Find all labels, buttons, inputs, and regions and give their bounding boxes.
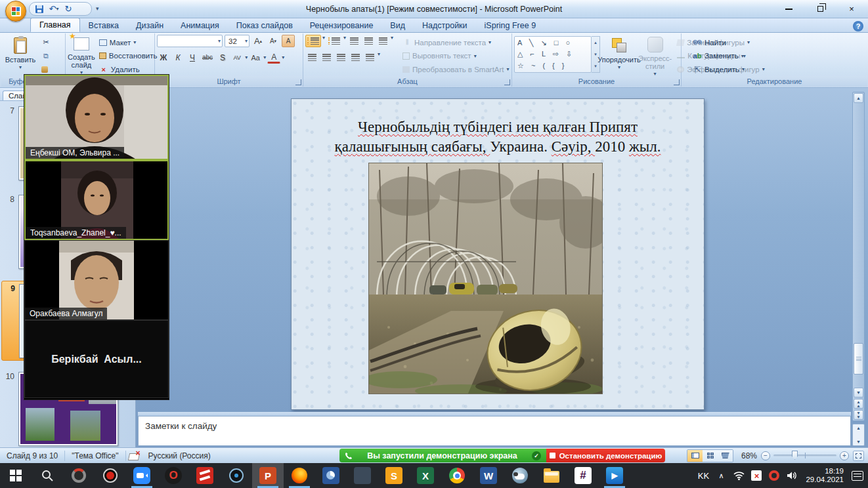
tab-dizayn[interactable]: Дизайн: [127, 19, 172, 32]
reset-button[interactable]: Восстановить: [97, 50, 160, 62]
numbering-button[interactable]: [326, 35, 342, 47]
close-button[interactable]: ×: [838, 2, 865, 16]
minimize-button[interactable]: [775, 2, 802, 16]
zoom-out-icon[interactable]: −: [761, 451, 770, 460]
taskbar-word[interactable]: W: [473, 463, 504, 488]
pripyat-park-photo[interactable]: [368, 163, 603, 394]
redo-button[interactable]: ↻: [62, 3, 74, 14]
taskbar-globe-app[interactable]: [504, 463, 536, 488]
tab-ispring[interactable]: iSpring Free 9: [476, 19, 545, 32]
start-button[interactable]: [0, 463, 32, 488]
restore-button[interactable]: [806, 2, 834, 16]
bold-button[interactable]: Ж: [157, 51, 170, 64]
previous-slide-button[interactable]: ▲▲: [854, 399, 863, 409]
paste-button[interactable]: Вставить▾: [3, 35, 37, 77]
find-button[interactable]: ⌾⌾Найти: [691, 36, 747, 49]
taskbar-zoom[interactable]: [126, 463, 158, 488]
taskbar-slack[interactable]: #: [567, 463, 599, 488]
cut-button[interactable]: ✂: [39, 36, 53, 49]
arrange-button[interactable]: Упорядочить▾: [602, 35, 636, 77]
taskbar-scratch[interactable]: S: [378, 463, 410, 488]
slide-title-textbox[interactable]: Чернобыльдің түбіндегі иен қалған Припят…: [306, 117, 689, 157]
clear-formatting-button[interactable]: A: [282, 35, 295, 47]
taskbar-recorder-ring[interactable]: [63, 463, 95, 488]
video-tile-4[interactable]: Берікбай Асыл...: [24, 320, 169, 398]
taskbar-smart-notebook[interactable]: [189, 463, 221, 488]
align-left-button[interactable]: [305, 51, 318, 64]
justify-button[interactable]: [349, 51, 362, 64]
taskbar-presentation-app[interactable]: [315, 463, 347, 488]
paragraph-dialog-launcher[interactable]: [504, 79, 510, 85]
font-color-button[interactable]: А: [267, 51, 280, 64]
tab-glavnaya[interactable]: Главная: [30, 18, 80, 32]
font-name-combo[interactable]: ▾: [157, 35, 223, 47]
new-slide-button[interactable]: Создать слайд▾: [68, 35, 95, 77]
scroll-up-icon[interactable]: ▲: [854, 93, 863, 103]
shrink-font-button[interactable]: A▾: [267, 35, 280, 47]
replace-button[interactable]: abЗаменить▾: [691, 50, 747, 62]
volume-tray-button[interactable]: [784, 463, 800, 488]
tab-animatsiya[interactable]: Анимация: [172, 19, 228, 32]
slide-scrollbar[interactable]: ▲ ▼ ▲▲ ▼▼: [852, 92, 865, 421]
keyboard-language[interactable]: KK: [695, 463, 711, 488]
decrease-indent-button[interactable]: [347, 35, 360, 47]
video-tile-1[interactable]: Еңбекші ОМ, Эльвира ...: [24, 75, 169, 160]
shapes-gallery[interactable]: A ╲ ↘ □ ○ △ ⌐ L ⇨ ⇩ ☆ ~ ( { }: [514, 36, 592, 73]
action-center-button[interactable]: [850, 463, 865, 488]
tab-vid[interactable]: Вид: [381, 19, 414, 32]
text-direction-button[interactable]: ⦀Направление текста▾: [401, 36, 511, 49]
taskbar-webcam-recorder[interactable]: [95, 463, 126, 488]
taskbar-movies-tv[interactable]: ▶: [599, 463, 630, 488]
taskbar-clock[interactable]: 18:19 29.04.2021: [802, 467, 848, 484]
tab-vstavka[interactable]: Вставка: [80, 19, 127, 32]
spellcheck-icon[interactable]: [129, 451, 139, 460]
layout-button[interactable]: Макет▾: [97, 36, 160, 49]
fit-to-window-button[interactable]: [853, 451, 864, 461]
tab-pokaz-slaydov[interactable]: Показ слайдов: [228, 19, 301, 32]
video-tile-3[interactable]: Оракбаева Алмагул: [24, 240, 169, 320]
help-icon[interactable]: ?: [853, 21, 863, 31]
tab-nadstroyki[interactable]: Надстройки: [414, 19, 476, 32]
strikethrough-button[interactable]: abc: [200, 51, 215, 64]
slide-sorter-view-button[interactable]: [703, 450, 718, 462]
theme-name[interactable]: "Тема Office": [65, 451, 125, 460]
slide-canvas[interactable]: Чернобыльдің түбіндегі иен қалған Припят…: [291, 98, 705, 410]
blocked-status-tray[interactable]: ×: [749, 463, 764, 488]
underline-button[interactable]: Ч: [186, 51, 199, 64]
taskbar-excel[interactable]: X: [410, 463, 441, 488]
italic-button[interactable]: К: [171, 51, 184, 64]
scrollbar-thumb[interactable]: [854, 343, 863, 375]
smartart-button[interactable]: Преобразовать в SmartArt▾: [401, 63, 511, 75]
language-indicator[interactable]: Русский (Россия): [142, 451, 217, 460]
bullets-button[interactable]: [305, 35, 321, 47]
wifi-tray-button[interactable]: [731, 463, 747, 488]
font-size-combo[interactable]: 32▾: [225, 35, 250, 47]
taskbar-powerpoint[interactable]: P: [252, 463, 284, 488]
taskbar-file-explorer[interactable]: [536, 463, 567, 488]
grow-font-button[interactable]: A▴: [251, 35, 265, 47]
select-button[interactable]: ⇱Выделить▾: [691, 63, 747, 75]
copy-button[interactable]: ⧉: [39, 50, 53, 62]
align-center-button[interactable]: [320, 51, 333, 64]
increase-indent-button[interactable]: [362, 35, 375, 47]
hidden-icons-chevron[interactable]: ∧: [713, 463, 729, 488]
stop-share-button[interactable]: Остановить демонстрацию: [546, 449, 665, 462]
columns-button[interactable]: [363, 51, 376, 64]
video-tile-2[interactable]: Toqsanbaeva_Zhanel_♥...: [24, 160, 169, 240]
normal-view-button[interactable]: [687, 450, 703, 462]
shapes-gallery-scroll[interactable]: ▴▾▾: [592, 36, 600, 73]
taskbar-chrome[interactable]: [441, 463, 473, 488]
quick-styles-button[interactable]: Экспресс-стили▾: [638, 35, 672, 77]
undo-button[interactable]: ↶▾: [48, 3, 60, 14]
font-dialog-launcher[interactable]: [295, 79, 301, 85]
notes-pane[interactable]: Заметки к слайду: [138, 416, 851, 446]
save-button[interactable]: [33, 3, 45, 14]
taskbar-opera[interactable]: O: [158, 463, 189, 488]
taskbar-search-button[interactable]: [32, 463, 63, 488]
office-button[interactable]: [5, 1, 26, 22]
scroll-down-icon[interactable]: ▼: [854, 388, 863, 397]
zoom-slider-thumb[interactable]: [792, 451, 798, 460]
zoom-slider-track[interactable]: [773, 455, 836, 457]
align-text-button[interactable]: Выровнять текст▾: [401, 50, 511, 62]
qat-customize-button[interactable]: ▾: [96, 5, 99, 12]
